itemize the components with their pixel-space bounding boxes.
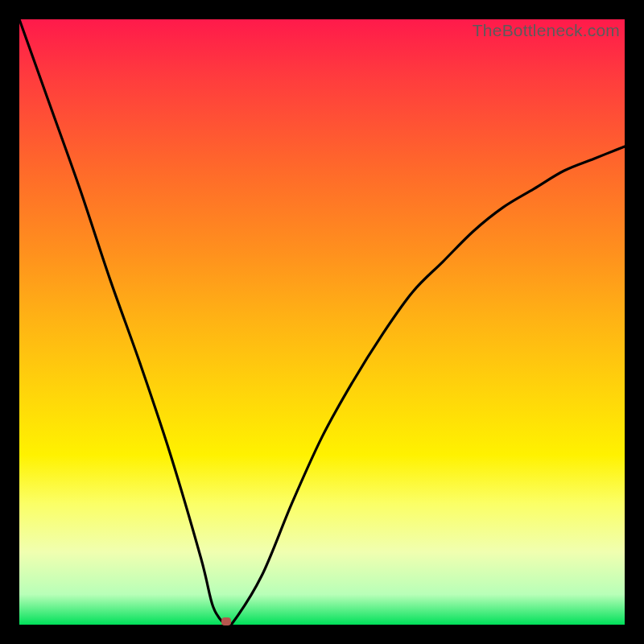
plot-area: TheBottleneck.com — [19, 19, 625, 625]
chart-frame: TheBottleneck.com — [0, 0, 644, 644]
curve-svg — [19, 19, 625, 625]
bottleneck-curve — [19, 19, 625, 629]
optimum-marker — [221, 617, 231, 625]
